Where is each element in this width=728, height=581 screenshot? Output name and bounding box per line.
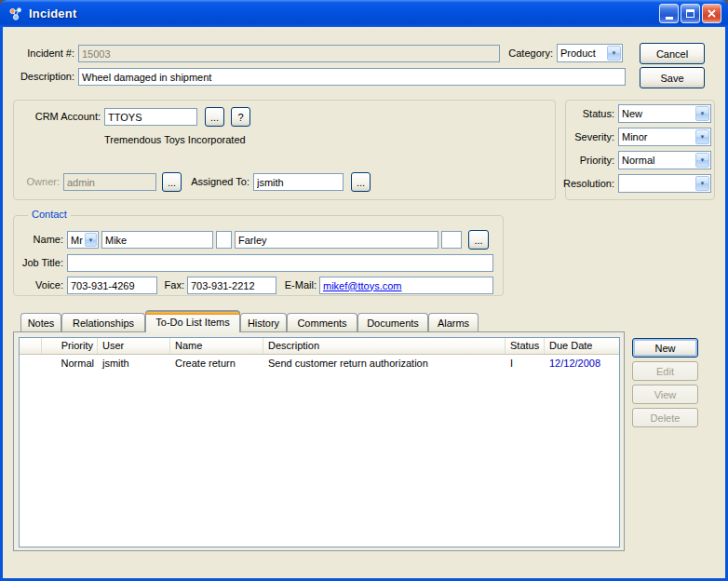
owner-browse-button[interactable]: ... xyxy=(162,172,182,192)
contact-browse-button[interactable]: ... xyxy=(468,230,489,250)
crm-account-help-button[interactable]: ? xyxy=(231,107,250,127)
view-button: View xyxy=(632,385,698,404)
incident-window: Incident Incident #: Category: Product ▼… xyxy=(0,0,728,581)
contact-name-label: Name: xyxy=(17,231,63,249)
severity-dropdown[interactable]: Minor ▼ xyxy=(618,128,711,146)
chevron-down-icon: ▼ xyxy=(85,233,97,247)
crm-account-browse-button[interactable]: ... xyxy=(205,107,224,127)
tab-history[interactable]: History xyxy=(240,313,287,331)
minimize-button[interactable] xyxy=(659,4,679,23)
first-name-field[interactable] xyxy=(101,231,213,249)
incident-number-label: Incident #: xyxy=(7,45,74,62)
last-name-field[interactable] xyxy=(235,231,438,249)
tab-relationships[interactable]: Relationships xyxy=(61,313,145,331)
job-title-field[interactable] xyxy=(67,254,493,272)
minimize-icon xyxy=(666,17,673,20)
middle-initial-field[interactable] xyxy=(216,231,232,249)
email-label: E-Mail: xyxy=(277,277,317,294)
column-header-description[interactable]: Description xyxy=(263,338,506,354)
fax-label: Fax: xyxy=(158,277,184,294)
todo-list-table: Priority User Name Description Status Du… xyxy=(19,337,620,547)
chevron-down-icon: ▼ xyxy=(695,106,709,121)
assigned-to-browse-button[interactable]: ... xyxy=(351,172,371,192)
chevron-down-icon: ▼ xyxy=(695,129,709,144)
tab-notes[interactable]: Notes xyxy=(20,313,61,331)
priority-dropdown[interactable]: Normal ▼ xyxy=(618,151,711,169)
incident-number-field xyxy=(78,45,500,62)
row-priority-cell: Normal xyxy=(42,355,98,372)
window-title: Incident xyxy=(29,7,76,20)
suffix-field[interactable] xyxy=(441,231,462,249)
row-description-cell: Send customer return authorization xyxy=(263,355,506,372)
row-status-cell: I xyxy=(506,355,545,372)
close-button[interactable] xyxy=(702,4,721,23)
description-label: Description: xyxy=(7,68,74,86)
row-blank-cell xyxy=(20,355,42,372)
category-label: Category: xyxy=(503,45,553,62)
column-header-priority[interactable]: Priority xyxy=(42,338,98,354)
assigned-to-field[interactable] xyxy=(253,173,344,191)
voice-label: Voice: xyxy=(24,277,63,294)
chevron-down-icon: ▼ xyxy=(695,153,709,168)
priority-value: Normal xyxy=(619,152,694,169)
column-header-user[interactable]: User xyxy=(98,338,170,354)
column-header-name[interactable]: Name xyxy=(170,338,263,354)
edit-button: Edit xyxy=(632,361,698,381)
cancel-button[interactable]: Cancel xyxy=(640,43,705,64)
job-title-label: Job Title: xyxy=(13,254,63,272)
crm-account-field[interactable] xyxy=(104,108,197,126)
owner-label: Owner: xyxy=(15,173,60,191)
tab-documents[interactable]: Documents xyxy=(357,313,428,331)
new-button[interactable]: New xyxy=(632,338,698,358)
contact-group-caption: Contact xyxy=(28,209,71,221)
account-name-text: Tremendous Toys Incorporated xyxy=(104,131,337,149)
column-header-due-date[interactable]: Due Date xyxy=(545,338,619,354)
status-dropdown[interactable]: New ▼ xyxy=(618,104,711,123)
severity-value: Minor xyxy=(619,128,694,145)
close-icon xyxy=(708,9,716,18)
row-user-cell: jsmith xyxy=(98,355,170,372)
salutation-dropdown[interactable]: Mr ▼ xyxy=(67,231,99,249)
resolution-value xyxy=(619,175,694,192)
maximize-icon xyxy=(686,9,694,18)
delete-button: Delete xyxy=(632,408,698,427)
description-field[interactable] xyxy=(78,68,626,86)
severity-label: Severity: xyxy=(560,128,614,146)
tab-todo-list-items[interactable]: To-Do List Items xyxy=(145,310,240,332)
row-due-date-cell: 12/12/2008 xyxy=(545,355,619,372)
tab-comments[interactable]: Comments xyxy=(287,313,357,331)
tab-alarms[interactable]: Alarms xyxy=(428,313,479,331)
todo-list-header-row: Priority User Name Description Status Du… xyxy=(20,338,619,355)
crm-account-label: CRM Account: xyxy=(17,108,101,126)
chevron-down-icon: ▼ xyxy=(607,46,621,61)
voice-field[interactable] xyxy=(67,277,157,294)
owner-field xyxy=(63,173,156,191)
save-button[interactable]: Save xyxy=(640,67,705,88)
email-link[interactable]: mikef@ttoys.com xyxy=(323,280,402,291)
priority-label: Priority: xyxy=(560,151,614,169)
fax-field[interactable] xyxy=(187,277,276,294)
status-label: Status: xyxy=(560,104,614,123)
row-name-cell: Create return xyxy=(170,355,263,372)
email-field[interactable]: mikef@ttoys.com xyxy=(319,277,493,294)
column-header-blank[interactable] xyxy=(20,338,42,354)
chevron-down-icon: ▼ xyxy=(695,176,709,191)
category-dropdown[interactable]: Product ▼ xyxy=(557,44,623,62)
category-value: Product xyxy=(558,45,606,61)
salutation-value: Mr xyxy=(68,232,84,248)
resolution-label: Resolution: xyxy=(562,174,614,193)
status-value: New xyxy=(619,105,694,122)
assigned-to-label: Assigned To: xyxy=(188,173,249,191)
app-icon xyxy=(8,7,23,21)
column-header-status[interactable]: Status xyxy=(506,338,545,354)
resolution-dropdown[interactable]: ▼ xyxy=(618,174,711,193)
table-row[interactable]: Normal jsmith Create return Send custome… xyxy=(20,355,619,372)
maximize-button[interactable] xyxy=(681,4,700,23)
titlebar[interactable]: Incident xyxy=(0,0,728,27)
titlebar-buttons xyxy=(659,4,721,23)
